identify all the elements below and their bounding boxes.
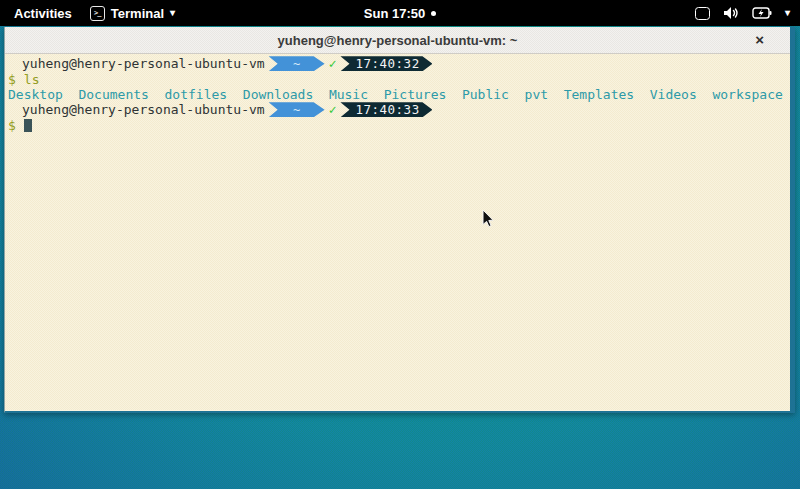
prompt-cwd-segment: ~ bbox=[269, 102, 325, 117]
prompt-user-host: yuheng@henry-personal-ubuntu-vm bbox=[22, 102, 265, 117]
prompt-symbol: $ bbox=[8, 118, 16, 133]
chevron-down-icon: ▾ bbox=[170, 8, 175, 18]
window-title: yuheng@henry-personal-ubuntu-vm: ~ bbox=[278, 33, 518, 48]
clock-label: Sun 17:50 bbox=[364, 6, 425, 21]
prompt-cwd-segment: ~ bbox=[269, 56, 325, 71]
command-line: $ ls bbox=[8, 71, 790, 86]
app-menu-button[interactable]: >_ Terminal ▾ bbox=[90, 6, 175, 21]
command-line: $ bbox=[8, 118, 790, 133]
prompt-line: yuheng@henry-personal-ubuntu-vm ~ ✓ 17:4… bbox=[8, 102, 790, 117]
volume-icon bbox=[723, 6, 739, 20]
system-status-menu[interactable]: ▾ bbox=[695, 0, 790, 26]
prompt-line: yuheng@henry-personal-ubuntu-vm ~ ✓ 17:4… bbox=[8, 56, 790, 71]
app-menu-label: Terminal bbox=[111, 6, 164, 21]
screen-icon bbox=[695, 7, 710, 20]
prompt-time-segment: 17:40:32 bbox=[340, 56, 432, 71]
titlebar[interactable]: yuheng@henry-personal-ubuntu-vm: ~ × bbox=[5, 27, 790, 54]
terminal-app-icon: >_ bbox=[90, 6, 105, 21]
prompt-symbol: $ bbox=[8, 72, 16, 87]
terminal-window: yuheng@henry-personal-ubuntu-vm: ~ × yuh… bbox=[4, 27, 795, 413]
activities-button[interactable]: Activities bbox=[10, 6, 76, 21]
notification-dot-icon bbox=[431, 11, 436, 16]
prompt-user-host: yuheng@henry-personal-ubuntu-vm bbox=[22, 56, 265, 71]
prompt-time-segment: 17:40:33 bbox=[340, 102, 432, 117]
chevron-down-icon: ▾ bbox=[785, 8, 790, 18]
top-bar-left: Activities >_ Terminal ▾ bbox=[10, 6, 175, 21]
typed-command: ls bbox=[24, 72, 40, 87]
text-cursor bbox=[24, 119, 32, 132]
top-bar: Activities >_ Terminal ▾ Sun 17:50 ▾ bbox=[0, 0, 800, 26]
battery-charging-icon bbox=[752, 7, 772, 19]
check-icon: ✓ bbox=[329, 56, 337, 71]
ls-output: Desktop Documents dotfiles Downloads Mus… bbox=[8, 87, 790, 102]
check-icon: ✓ bbox=[329, 102, 337, 117]
terminal-content[interactable]: yuheng@henry-personal-ubuntu-vm ~ ✓ 17:4… bbox=[5, 54, 790, 410]
close-button[interactable]: × bbox=[755, 32, 764, 47]
